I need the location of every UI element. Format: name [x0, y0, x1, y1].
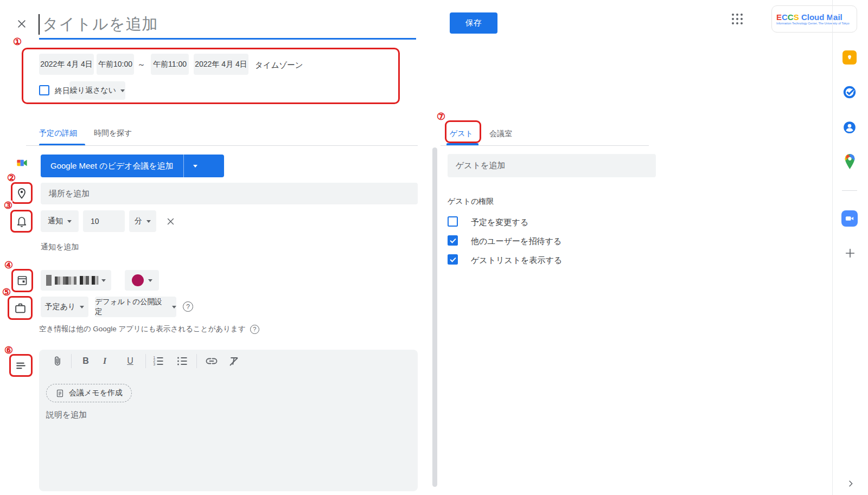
chevron-down-icon	[101, 279, 106, 282]
annotation-number-6: ⑥	[4, 345, 13, 355]
meet-options-dropdown[interactable]	[184, 155, 207, 177]
tab-event-details[interactable]: 予定の詳細	[39, 128, 77, 138]
all-day-label: 終日	[55, 86, 70, 96]
add-meet-button[interactable]: Google Meet のビデオ会議を追加	[41, 155, 224, 177]
guest-permissions-title: ゲストの権限	[448, 197, 494, 207]
underline-icon[interactable]: U	[123, 354, 137, 368]
bullet-list-icon[interactable]	[175, 354, 189, 368]
calendar-name-redacted	[46, 275, 52, 286]
bell-icon	[15, 215, 28, 230]
calendar-name-redacted	[55, 277, 76, 285]
location-input[interactable]: 場所を追加	[41, 183, 418, 204]
event-color-dropdown[interactable]	[125, 270, 159, 291]
google-maps-icon[interactable]	[844, 153, 856, 170]
availability-help-icon[interactable]: ?	[250, 325, 259, 334]
google-keep-icon[interactable]	[843, 50, 857, 65]
notification-unit-dropdown[interactable]: 分	[129, 210, 156, 232]
google-contacts-icon[interactable]	[843, 120, 857, 134]
description-placeholder[interactable]: 説明を追加	[46, 410, 87, 420]
end-time-button[interactable]: 午前11:00	[151, 54, 189, 75]
annotation-number-3: ③	[4, 201, 12, 210]
perm-invite-others-checkbox[interactable]	[448, 235, 458, 246]
calendar-name-redacted	[80, 276, 98, 285]
remove-notification-icon[interactable]	[165, 216, 176, 227]
add-guests-input[interactable]: ゲストを追加	[448, 154, 656, 177]
right-tab-divider	[441, 145, 649, 146]
add-meet-label: Google Meet のビデオ会議を追加	[41, 155, 183, 177]
tab-rooms[interactable]: 会議室	[489, 129, 512, 139]
vertical-scrollbar[interactable]	[432, 147, 437, 487]
save-button[interactable]: 保存	[450, 12, 497, 34]
start-time-button[interactable]: 午前10:00	[97, 54, 134, 75]
calendar-select-dropdown[interactable]	[41, 270, 111, 291]
chevron-down-icon	[148, 279, 152, 282]
availability-note-row: 空き情報は他の Google アプリにも表示されることがあります ?	[39, 324, 259, 334]
zoom-app-icon[interactable]	[841, 210, 858, 227]
visibility-help-icon[interactable]: ?	[183, 301, 193, 312]
chevron-down-icon	[172, 306, 176, 308]
title-input[interactable]: タイトルを追加	[42, 14, 158, 35]
italic-icon[interactable]: I	[98, 354, 112, 368]
location-pin-icon	[15, 187, 28, 202]
chevron-down-icon	[120, 89, 125, 92]
attachment-icon[interactable]	[50, 354, 65, 368]
notification-value-input[interactable]: 10	[83, 210, 125, 232]
sidebar-section-divider	[842, 190, 857, 191]
description-icon	[14, 359, 28, 375]
calendar-icon	[16, 274, 29, 289]
tab-divider	[26, 145, 418, 146]
chevron-down-icon	[80, 306, 84, 308]
perm-see-guest-list-label: ゲストリストを表示する	[471, 255, 562, 266]
insert-link-icon[interactable]	[205, 354, 219, 368]
notification-type-dropdown[interactable]: 通知	[41, 210, 79, 232]
account-logo-card[interactable]: ECCS Cloud Mail Information Technology C…	[771, 5, 857, 33]
annotation-number-2: ②	[7, 173, 16, 183]
annotation-number-5: ⑤	[2, 287, 11, 297]
add-addon-icon[interactable]	[844, 247, 856, 259]
chevron-down-icon	[193, 165, 197, 168]
chevron-down-icon	[67, 220, 72, 223]
all-day-checkbox[interactable]	[39, 85, 49, 95]
check-icon	[449, 256, 457, 263]
title-underline	[39, 38, 416, 40]
chevron-down-icon	[146, 220, 151, 223]
clear-formatting-icon[interactable]	[227, 354, 241, 368]
document-icon	[55, 389, 65, 398]
annotation-number-4: ④	[4, 260, 13, 270]
start-date-button[interactable]: 2022年 4月 4日	[39, 54, 94, 75]
eccs-logo: ECCS Cloud Mail Information Technology C…	[776, 13, 850, 25]
briefcase-icon	[14, 301, 27, 317]
svg-text:3: 3	[154, 362, 156, 366]
timezone-button[interactable]: タイムゾーン	[255, 60, 303, 70]
annotation-number-1: ①	[13, 37, 22, 47]
apps-grid-icon[interactable]	[732, 14, 743, 24]
availability-note: 空き情報は他の Google アプリにも表示されることがあります	[39, 324, 246, 334]
recurrence-dropdown[interactable]: 繰り返さない	[69, 81, 125, 100]
create-meeting-notes-button[interactable]: 会議メモを作成	[46, 384, 132, 402]
perm-invite-others-label: 他のユーザーを招待する	[471, 236, 561, 247]
check-icon	[449, 237, 457, 245]
numbered-list-icon[interactable]: 123	[151, 354, 165, 368]
tab-find-time[interactable]: 時間を探す	[94, 128, 132, 138]
close-icon[interactable]	[15, 17, 29, 31]
tab-guests[interactable]: ゲスト	[450, 129, 473, 139]
event-color-swatch	[132, 274, 144, 286]
google-meet-icon	[16, 157, 28, 171]
add-notification-link[interactable]: 通知を追加	[41, 242, 79, 252]
busy-status-dropdown[interactable]: 予定あり	[41, 297, 88, 317]
end-date-button[interactable]: 2022年 4月 4日	[194, 54, 248, 75]
perm-modify-event-checkbox[interactable]	[448, 216, 458, 227]
google-tasks-icon[interactable]	[843, 85, 857, 99]
sidebar-divider	[832, 0, 833, 495]
visibility-dropdown[interactable]: デフォルトの公開設定	[95, 297, 176, 317]
collapse-sidebar-chevron-icon[interactable]	[846, 479, 855, 488]
description-editor[interactable]	[39, 350, 418, 491]
text-cursor	[39, 14, 40, 35]
time-separator: ～	[137, 60, 145, 70]
calendar-event-editor: タイトルを追加 保存 ECCS Cloud Mail Information T…	[0, 0, 868, 495]
perm-modify-event-label: 予定を変更する	[471, 217, 528, 228]
perm-see-guest-list-checkbox[interactable]	[448, 254, 458, 265]
bold-icon[interactable]: B	[79, 354, 93, 368]
annotation-number-7: ⑦	[437, 112, 445, 121]
